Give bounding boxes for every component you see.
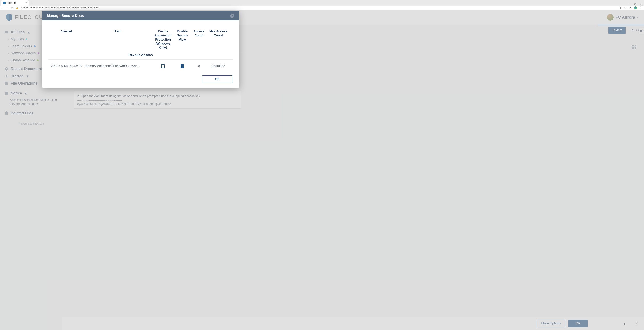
window-close-icon[interactable]: ✕ (640, 3, 642, 6)
cell-screenshot (153, 64, 173, 68)
col-max-access: Max Access Count (208, 30, 228, 50)
col-created: Created (50, 30, 83, 50)
cell-path: /demo/Confidential Files/3803_over… (85, 64, 151, 68)
window-minimize-icon[interactable]: — (628, 3, 631, 6)
screenshot-checkbox[interactable] (161, 64, 165, 68)
modal-header: Manage Secure Docs ✕ (42, 11, 239, 20)
nav-back-icon[interactable]: ← (2, 6, 4, 9)
table-header: Created Path Enable Screenshot Protectio… (48, 26, 233, 51)
modal-ok-button[interactable]: OK (202, 75, 233, 83)
revoke-header: Revoke Access (48, 51, 233, 60)
tab-title: FileCloud (7, 2, 16, 4)
nav-reload-icon[interactable]: ⟳ (12, 6, 14, 9)
cell-max-access: Unlimited (208, 64, 228, 68)
zoom-icon[interactable]: ⊕ (620, 6, 622, 9)
col-screenshot: Enable Screenshot Protection (Windows On… (153, 30, 173, 50)
manage-secure-docs-modal: Manage Secure Docs ✕ Created Path Enable… (42, 11, 239, 88)
nav-forward-icon[interactable]: → (7, 6, 9, 9)
browser-titlebar: FileCloud × + — ▢ ✕ (0, 0, 644, 6)
new-tab-button[interactable]: + (30, 1, 34, 6)
cell-access-count: 0 (192, 64, 206, 68)
secure-docs-table: Created Path Enable Screenshot Protectio… (48, 26, 233, 72)
tab-favicon-icon (3, 2, 6, 4)
app-root: FILECLOUD FC Aurora ▾ All Files ▴ ›My Fi… (0, 10, 644, 330)
extensions-icon[interactable]: ✦ (629, 6, 632, 9)
col-access-count: Access Count (192, 30, 206, 50)
url-text[interactable]: phoenix.codelathe.com/ui/core/index.html… (21, 6, 617, 9)
table-row: 2020-09-04 03:48:18 /demo/Confidential F… (48, 60, 233, 72)
lock-icon: 🔒 (16, 7, 18, 9)
cell-created: 2020-09-04 03:48:18 (50, 64, 83, 68)
browser-menu-icon[interactable]: ⋮ (640, 6, 642, 9)
cell-secure-view (175, 64, 190, 68)
window-controls: — ▢ ✕ (628, 3, 644, 6)
profile-icon[interactable] (634, 6, 637, 9)
modal-title: Manage Secure Docs (47, 14, 84, 18)
browser-tab[interactable]: FileCloud × (1, 0, 29, 6)
col-secure-view: Enable Secure View (175, 30, 190, 50)
window-maximize-icon[interactable]: ▢ (634, 3, 636, 6)
modal-actions: OK (48, 72, 233, 83)
tab-close-icon[interactable]: × (26, 2, 27, 4)
col-path: Path (85, 30, 151, 50)
modal-body: Created Path Enable Screenshot Protectio… (42, 20, 239, 88)
modal-close-icon[interactable]: ✕ (230, 14, 234, 18)
address-bar: ← → ⟳ 🔒 phoenix.codelathe.com/ui/core/in… (0, 6, 644, 10)
bookmark-icon[interactable]: ☆ (624, 6, 627, 9)
secure-view-checkbox[interactable] (180, 64, 184, 68)
browser-chrome: FileCloud × + — ▢ ✕ ← → ⟳ 🔒 phoenix.code… (0, 0, 644, 10)
